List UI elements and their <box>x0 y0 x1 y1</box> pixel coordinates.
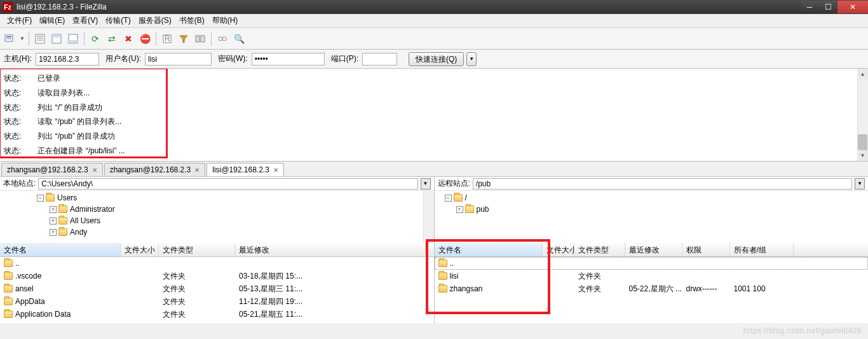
cell <box>625 262 682 265</box>
menu-help[interactable]: 帮助(H) <box>208 14 242 27</box>
close-button[interactable]: ✕ <box>837 1 868 13</box>
tab-close-icon[interactable]: ✕ <box>193 166 201 174</box>
file-row[interactable]: AppData文件夹11-12,星期四 19:... <box>0 295 434 308</box>
svg-rect-8 <box>52 34 61 38</box>
file-row[interactable]: Application Data文件夹05-21,星期五 11:... <box>0 308 434 321</box>
sync-browse-icon[interactable] <box>215 31 230 46</box>
menu-edit[interactable]: 编辑(E) <box>36 14 69 27</box>
local-site-input[interactable] <box>38 178 417 190</box>
tab-label: zhangsan@192.168.2.3 <box>7 165 88 174</box>
tree-item-label: All Users <box>70 216 100 225</box>
log-line: 状态: 列出 “/pub” 的目录成功 <box>4 129 864 144</box>
host-input[interactable] <box>36 53 99 66</box>
local-tree-scrollbar[interactable] <box>423 191 434 243</box>
column-header[interactable]: 文件名 <box>435 243 543 256</box>
svg-rect-15 <box>201 36 205 42</box>
cell: 文件夹 <box>574 282 625 296</box>
column-header[interactable]: 最近修改 <box>235 243 426 256</box>
local-site-label: 本地站点: <box>3 178 36 189</box>
svg-rect-3 <box>36 34 44 43</box>
local-tree[interactable]: −Users+Administrator+All Users+Andy <box>0 191 434 243</box>
connection-tab[interactable]: zhangsan@192.168.2.3✕ <box>104 163 206 176</box>
toggle-log-icon[interactable] <box>32 31 48 46</box>
column-header[interactable]: 文件类型 <box>574 243 625 256</box>
file-name-cell: .vscode <box>0 270 121 282</box>
quickconnect-button[interactable]: 快速连接(Q) <box>409 52 464 66</box>
column-header[interactable]: 文件大小 <box>543 243 574 256</box>
disconnect-icon[interactable]: ⛔ <box>137 31 153 46</box>
menu-view[interactable]: 查看(V) <box>69 14 102 27</box>
toggle-tree-icon[interactable] <box>49 31 64 46</box>
tab-label: zhangsan@192.168.2.3 <box>110 165 191 174</box>
file-row[interactable]: ansel文件夹05-13,星期三 11:... <box>0 282 434 295</box>
menu-server[interactable]: 服务器(S) <box>135 14 175 27</box>
tree-item[interactable]: +All Users <box>0 215 434 226</box>
file-row[interactable]: zhangsan文件夹05-22,星期六 ...drwx------1001 1… <box>435 282 869 295</box>
column-header[interactable]: 文件大小 <box>121 243 159 256</box>
compare-icon[interactable] <box>193 31 208 46</box>
menu-file[interactable]: 文件(F) <box>3 14 36 27</box>
cell: 03-18,星期四 15:... <box>235 270 426 283</box>
collapse-icon[interactable]: − <box>445 195 452 202</box>
column-header[interactable]: 所有者/组 <box>730 243 794 256</box>
tree-item[interactable]: +Administrator <box>0 204 434 215</box>
site-manager-dropdown-icon[interactable]: ▼ <box>19 31 25 46</box>
tree-item[interactable]: +Andy <box>0 226 434 238</box>
port-input[interactable] <box>362 53 397 66</box>
log-scrollbar[interactable]: ▲ ▼ <box>857 69 868 161</box>
remote-site-dropdown-icon[interactable]: ▼ <box>855 178 865 190</box>
process-queue-icon[interactable]: ⇄ <box>104 31 119 46</box>
column-header[interactable]: 文件类型 <box>159 243 235 256</box>
cell: 文件夹 <box>159 295 235 308</box>
reconnect-icon[interactable]: R <box>159 31 175 46</box>
menu-transfer[interactable]: 传输(T) <box>102 14 134 27</box>
minimize-button[interactable]: ─ <box>801 1 818 13</box>
cell <box>235 262 426 265</box>
expand-icon[interactable]: + <box>50 206 57 213</box>
tab-close-icon[interactable]: ✕ <box>91 166 98 174</box>
log-line: 状态: 读取目录列表... <box>4 86 864 100</box>
menu-bookmarks[interactable]: 书签(B) <box>175 14 208 27</box>
tab-close-icon[interactable]: ✕ <box>272 166 280 174</box>
expand-icon[interactable]: + <box>50 229 57 236</box>
site-manager-icon[interactable] <box>3 31 18 46</box>
column-header[interactable]: 权限 <box>682 243 730 256</box>
file-name-cell: zhangsan <box>435 283 543 294</box>
remote-site-input[interactable] <box>473 178 852 190</box>
tree-item[interactable]: +pub <box>435 204 869 215</box>
expand-icon[interactable]: + <box>456 206 463 213</box>
expand-icon[interactable]: + <box>50 218 57 225</box>
cell: 05-21,星期五 11:... <box>235 308 426 321</box>
column-header[interactable]: 文件名 <box>0 243 121 256</box>
filter-icon[interactable] <box>176 31 191 46</box>
file-row[interactable]: .vscode文件夹03-18,星期四 15:... <box>0 270 434 282</box>
maximize-button[interactable]: ☐ <box>819 1 837 13</box>
folder-icon <box>438 285 447 293</box>
folder-icon <box>58 228 67 236</box>
tree-item[interactable]: −Users <box>0 192 434 204</box>
refresh-icon[interactable]: ⟳ <box>88 31 103 46</box>
column-header[interactable]: 最近修改 <box>625 243 682 256</box>
local-site-dropdown-icon[interactable]: ▼ <box>421 178 431 190</box>
cancel-icon[interactable]: ✖ <box>121 31 136 46</box>
file-name-cell: ansel <box>0 283 121 294</box>
tree-item[interactable]: −/ <box>435 192 869 204</box>
toggle-queue-icon[interactable] <box>65 31 81 46</box>
user-input[interactable] <box>145 53 212 66</box>
connection-tab[interactable]: zhangsan@192.168.2.3✕ <box>1 163 103 176</box>
file-row[interactable]: .. <box>0 257 434 270</box>
file-row[interactable]: .. <box>435 257 869 270</box>
tree-item-label: Administrator <box>70 205 115 214</box>
user-label: 用户名(U): <box>105 53 141 64</box>
cell <box>121 275 159 277</box>
quickconnect-dropdown-icon[interactable]: ▼ <box>466 52 477 66</box>
cell: 11-12,星期四 19:... <box>235 295 426 308</box>
collapse-icon[interactable]: − <box>37 195 44 202</box>
connection-tab[interactable]: lisi@192.168.2.3✕ <box>207 163 284 176</box>
pass-input[interactable] <box>252 53 325 66</box>
remote-tree[interactable]: −/+pub <box>435 191 869 243</box>
app-icon: Fz <box>3 2 13 12</box>
file-row[interactable]: lisi文件夹 <box>435 270 869 282</box>
cell: 文件夹 <box>159 308 235 321</box>
search-icon[interactable]: 🔍 <box>231 31 247 46</box>
